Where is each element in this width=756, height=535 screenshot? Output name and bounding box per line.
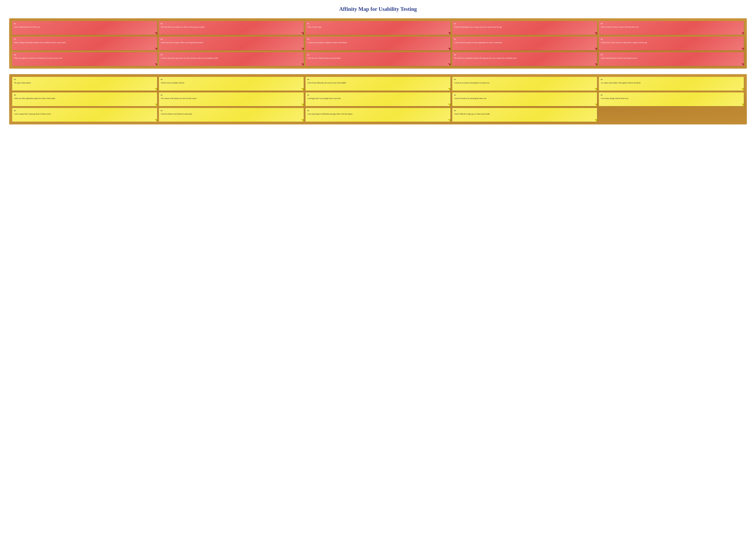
sticky-text: All the icons are familiar with me: [161, 82, 184, 84]
sticky-label: P1: [161, 94, 302, 96]
sticky-card-yellow-board-11: P1I miss the Home screen button at some …: [159, 108, 304, 122]
sticky-text: I don't see other registration option fo…: [14, 98, 55, 99]
sticky-text: I miss the Home screen button at some po…: [161, 113, 192, 115]
sticky-label: P5: [307, 54, 449, 56]
sticky-card-yellow-board-2: P1In the Footer Menu Bar, the icons are …: [306, 77, 450, 91]
sticky-text: The app is about tattoos: [14, 82, 31, 84]
sticky-label: P1: [454, 109, 595, 112]
sticky-label: P5: [454, 54, 595, 56]
sticky-text: I save tattoo design with the Heart icon: [601, 98, 628, 99]
sticky-label: P5: [161, 38, 302, 41]
sticky-text: The content of the buttons are clear for…: [161, 98, 197, 99]
sticky-text: I like the Hamburger Icon as it gives me…: [454, 26, 502, 28]
sticky-card-yellow-board-1: P1All the icons are familiar with me: [159, 77, 304, 91]
sticky-card-red-board-11: P5I want to skip some steps and to see w…: [159, 52, 304, 66]
yellow-board: P1The app is about tattoosP1All the icon…: [9, 74, 747, 125]
sticky-card-red-board-8: P5I want to have the option to select re…: [452, 37, 597, 50]
sticky-card-yellow-board-3: P1I create an account by selecting the U…: [452, 77, 597, 91]
sticky-label: P5: [161, 23, 302, 25]
sticky-card-red-board-13: P5The colors for availability should be …: [452, 52, 597, 66]
sticky-card-red-board-0: P5I don't understand the User Plus icon: [12, 21, 157, 35]
sticky-text: I want to skip some steps and to see wit…: [161, 57, 218, 59]
sticky-label: P5: [601, 54, 742, 56]
sticky-card-red-board-14: P5I don't understand the overall Create …: [599, 52, 744, 66]
sticky-label: P1: [454, 78, 595, 81]
sticky-card-yellow-board-8: P1I search for tattoos by selecting the …: [452, 93, 597, 106]
sticky-text: When you register you need to be informe…: [14, 57, 62, 59]
sticky-label: P1: [161, 109, 302, 112]
sticky-label: P5: [14, 38, 155, 41]
sticky-text: I like the way of Days & Hours are repre…: [307, 57, 340, 59]
sticky-card-yellow-board-5: P1I don't see other registration option …: [12, 93, 157, 106]
sticky-text: I was expecting for notification message…: [307, 113, 352, 115]
sticky-label: P1: [307, 78, 449, 81]
sticky-label: P1: [307, 109, 449, 112]
sticky-label: P5: [454, 23, 595, 25]
sticky-label: P1: [601, 78, 742, 81]
sticky-card-yellow-board-10: P1I sent a request but I cannot go back …: [12, 108, 157, 122]
sticky-text: I am happy that I can navigate back at a…: [307, 98, 340, 99]
sticky-card-red-board-5: P5Better Contrast and maybe in Black col…: [12, 37, 157, 50]
sticky-text: In the Footer Menu Bar, the icons are no…: [307, 82, 346, 84]
sticky-text: I want to have the option to select regi…: [454, 42, 502, 43]
sticky-label: P1: [14, 94, 155, 96]
sticky-label: P1: [14, 109, 155, 112]
red-board: P5I don't understand the User Plus iconP…: [9, 18, 747, 69]
sticky-card-yellow-board-0: P1The app is about tattoos: [12, 77, 157, 91]
sticky-label: P1: [307, 94, 449, 96]
sticky-label: P1: [14, 78, 155, 81]
sticky-text: I don't understand the User Plus icon: [14, 26, 40, 28]
sticky-card-red-board-6: P5I don't know how to begin. Where is th…: [159, 37, 304, 50]
sticky-card-red-board-10: P5When you register you need to be infor…: [12, 52, 157, 66]
sticky-label: P5: [14, 23, 155, 25]
sticky-card-yellow-board-6: P1The content of the buttons are clear f…: [159, 93, 304, 106]
sticky-card-red-board-7: P5I cannot see the option to register as…: [306, 37, 450, 50]
sticky-label: P5: [307, 38, 449, 41]
sticky-card-yellow-board-4: P1As a tattoo artist-studio I will regis…: [599, 77, 744, 91]
sticky-text: I search for tattoos by selecting the ta…: [454, 98, 487, 99]
sticky-card-yellow-board-9: P1I save tattoo design with the Heart ic…: [599, 93, 744, 106]
sticky-card-red-board-1: P5The User Plus Icon usually is to add o…: [159, 21, 304, 35]
sticky-text: I like a lot the Logo: [307, 26, 321, 28]
sticky-text: As a tattoo artist-studio I will registe…: [601, 82, 640, 84]
sticky-text: The colors for availability should be th…: [454, 57, 517, 59]
sticky-label: P5: [161, 54, 302, 56]
sticky-label: P1: [601, 94, 742, 96]
sticky-card-yellow-board-7: P1I am happy that I can navigate back at…: [306, 93, 450, 106]
sticky-card-yellow-board-13: P1I find it difficult to Sign up as a Ta…: [452, 108, 597, 122]
sticky-label: P5: [601, 38, 742, 41]
sticky-card-yellow-board-12: P1I was expecting for notification messa…: [306, 108, 450, 122]
sticky-label: P1: [161, 78, 302, 81]
sticky-label: P5: [14, 54, 155, 56]
sticky-label: P1: [454, 94, 595, 96]
page-title: Affinity Map for Usability Testing: [9, 6, 747, 12]
sticky-text: I have to lift the screen to observe the…: [601, 26, 639, 28]
sticky-text: I don't know how to begin. Where is the …: [161, 42, 203, 43]
sticky-text: Better Contrast and maybe in Black color…: [14, 42, 66, 43]
sticky-label: P5: [307, 23, 449, 25]
sticky-text: I find it difficult to Sign up as a Tatt…: [454, 113, 490, 115]
sticky-text: I cannot see the option to register as T…: [307, 42, 347, 43]
sticky-text: 30 Days Free Trial.I want to see that be…: [601, 42, 647, 43]
sticky-label: P5: [454, 38, 595, 41]
sticky-label: P5: [601, 23, 742, 25]
sticky-text: I don't understand the overall Create Bo…: [601, 57, 637, 59]
sticky-card-red-board-2: P5I like a lot the Logo: [306, 21, 450, 35]
sticky-text: I sent a request but I cannot go back to…: [14, 113, 51, 115]
sticky-text: The User Plus Icon usually is to add or …: [161, 26, 205, 28]
sticky-card-red-board-9: P530 Days Free Trial.I want to see that …: [599, 37, 744, 50]
sticky-card-red-board-3: P5I like the Hamburger Icon as it gives …: [452, 21, 597, 35]
sticky-card-red-board-4: P5I have to lift the screen to observe t…: [599, 21, 744, 35]
sticky-card-red-board-12: P5I like the way of Days & Hours are rep…: [306, 52, 450, 66]
sticky-text: I create an account by selecting the Use…: [454, 82, 489, 84]
